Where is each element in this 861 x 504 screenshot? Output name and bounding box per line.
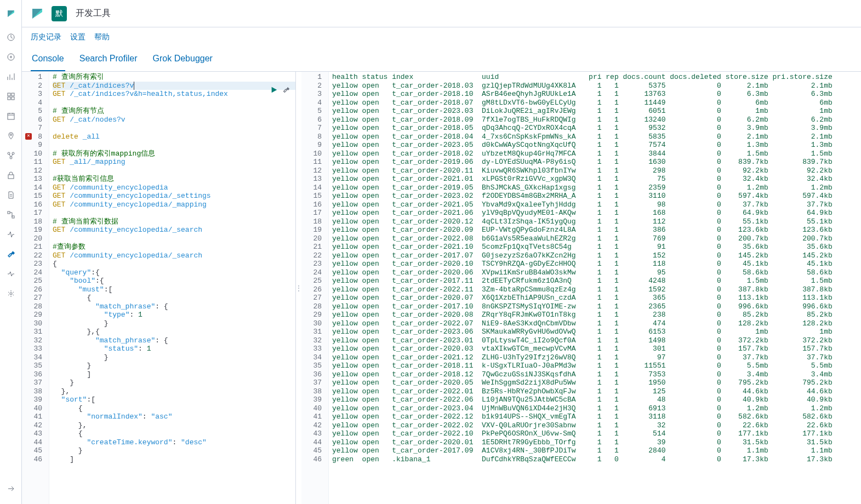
output-gutter: 1234567891011121314151617181920212223242… (301, 72, 329, 504)
header-badge: 默 (52, 6, 67, 21)
request-panel[interactable]: 12345678✕9101112131415161718192021222324… (22, 72, 296, 504)
svg-point-14 (10, 293, 12, 295)
svg-rect-3 (12, 93, 14, 96)
nav-sidebar (0, 0, 22, 504)
collapse-icon[interactable] (0, 479, 22, 499)
panel-resizer[interactable]: ⋮ (296, 72, 301, 504)
output-code[interactable]: health status index uuid pri rep docs.co… (329, 72, 861, 504)
svg-rect-11 (8, 175, 14, 179)
svg-rect-12 (8, 211, 10, 214)
pipeline-icon[interactable] (0, 205, 22, 225)
document-icon[interactable] (0, 185, 22, 205)
editor-gutter: 12345678✕9101112131415161718192021222324… (22, 72, 49, 504)
clock-icon[interactable] (0, 27, 22, 47)
chart-icon[interactable] (0, 67, 22, 87)
svg-point-10 (10, 157, 12, 159)
pin-icon[interactable] (0, 126, 22, 146)
link-help[interactable]: 帮助 (94, 32, 110, 42)
run-button[interactable] (270, 86, 278, 94)
editor-code[interactable]: # 查询所有索引GET /_cat/indices?vGET /_cat/ind… (49, 72, 295, 504)
svg-rect-13 (12, 216, 14, 218)
tab-grok[interactable]: Grok Debugger (152, 47, 214, 71)
subheader: 历史记录 设置 帮助 (22, 27, 861, 47)
gear-icon[interactable] (0, 284, 22, 303)
header: 默 开发工具 (22, 0, 861, 27)
graph-icon[interactable] (0, 146, 22, 165)
lock-icon[interactable] (0, 165, 22, 185)
link-settings[interactable]: 设置 (70, 32, 85, 42)
kibana-logo[interactable] (0, 4, 22, 24)
calendar-icon[interactable] (0, 106, 22, 126)
svg-point-7 (10, 134, 12, 136)
uptime-icon[interactable] (0, 225, 22, 244)
svg-rect-4 (8, 97, 10, 100)
response-panel: 1234567891011121314151617181920212223242… (301, 72, 861, 504)
svg-rect-5 (12, 97, 14, 100)
tabs: Console Search Profiler Grok Debugger (22, 47, 861, 72)
link-history[interactable]: 历史记录 (31, 32, 61, 42)
monitor-icon[interactable] (0, 264, 22, 284)
svg-rect-6 (8, 113, 14, 119)
grid-icon[interactable] (0, 87, 22, 106)
error-marker: ✕ (25, 133, 32, 140)
options-button[interactable] (282, 86, 290, 94)
tab-console[interactable]: Console (31, 47, 65, 71)
tab-profiler[interactable]: Search Profiler (78, 47, 139, 71)
app-logo-icon (31, 7, 44, 20)
svg-rect-2 (8, 93, 10, 96)
devtools-icon[interactable] (0, 244, 22, 264)
compass-icon[interactable] (0, 47, 22, 67)
page-title: 开发工具 (76, 8, 111, 19)
